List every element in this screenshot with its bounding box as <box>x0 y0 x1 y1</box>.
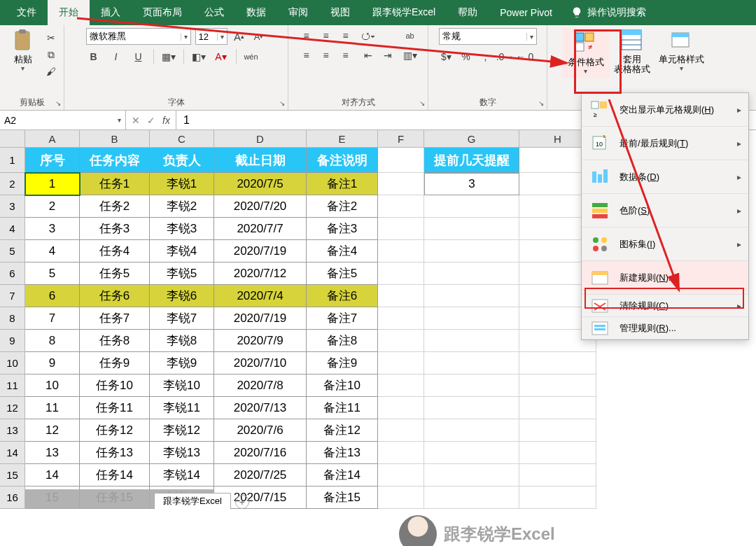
cell[interactable]: 3 <box>25 218 80 240</box>
cell[interactable] <box>378 148 424 173</box>
cell[interactable]: 任务5 <box>80 262 150 285</box>
cell[interactable]: 9 <box>25 352 80 374</box>
percent-icon[interactable]: % <box>458 49 474 64</box>
menu-item[interactable]: 清除规则(C)▸ <box>582 295 748 317</box>
cell[interactable] <box>424 352 519 374</box>
cut-icon[interactable]: ✂ <box>44 31 58 45</box>
cell[interactable]: 李锐14 <box>150 464 214 486</box>
cell[interactable]: 任务14 <box>80 464 150 486</box>
cell[interactable]: 11 <box>25 397 80 419</box>
cell[interactable] <box>424 240 519 262</box>
column-header[interactable]: G <box>424 130 519 147</box>
row-header[interactable]: 5 <box>0 240 25 262</box>
cell[interactable]: 4 <box>25 240 80 262</box>
cell[interactable]: 备注9 <box>307 352 378 374</box>
cell[interactable]: 2020/7/5 <box>214 173 307 195</box>
comma-icon[interactable]: , <box>478 49 493 64</box>
cell[interactable]: 2020/7/9 <box>214 330 307 352</box>
number-format-combo[interactable]: 常规▾ <box>439 28 537 45</box>
fill-color-button[interactable]: ◧▾ <box>191 49 206 64</box>
cell[interactable]: 2020/7/10 <box>214 352 307 374</box>
tab-file[interactable]: 文件 <box>6 0 48 25</box>
tab-view[interactable]: 视图 <box>319 0 361 25</box>
cell[interactable]: 李锐10 <box>150 374 214 397</box>
cell[interactable]: 备注12 <box>307 419 378 442</box>
cell[interactable] <box>378 330 424 352</box>
cell[interactable]: 2020/7/12 <box>214 262 307 285</box>
font-color-button[interactable]: A▾ <box>214 49 229 64</box>
column-header[interactable]: C <box>150 130 214 147</box>
cell[interactable]: 李锐6 <box>150 285 214 307</box>
cell[interactable] <box>378 240 424 262</box>
tab-help[interactable]: 帮助 <box>447 0 489 25</box>
cell[interactable]: 李锐4 <box>150 240 214 262</box>
align-top-icon[interactable]: ≡ <box>299 28 314 43</box>
cell[interactable] <box>519 397 596 419</box>
cell[interactable]: 李锐3 <box>150 218 214 240</box>
cell[interactable] <box>378 307 424 330</box>
cell[interactable]: 任务4 <box>80 240 150 262</box>
cell[interactable] <box>519 486 596 509</box>
align-center-icon[interactable]: ≡ <box>318 48 334 63</box>
bold-button[interactable]: B <box>86 49 102 64</box>
column-header[interactable]: E <box>307 130 378 147</box>
format-as-table-button[interactable]: 套用 表格格式 <box>610 28 654 74</box>
cell[interactable] <box>378 419 424 442</box>
cell[interactable]: 备注8 <box>307 330 378 352</box>
cell[interactable]: 李锐12 <box>150 419 214 442</box>
cell[interactable]: 任务2 <box>80 195 150 218</box>
copy-icon[interactable]: ⧉ <box>44 48 58 62</box>
cell[interactable]: 2020/7/7 <box>214 218 307 240</box>
cell[interactable] <box>378 374 424 397</box>
row-header[interactable]: 12 <box>0 397 25 419</box>
cell[interactable]: 2020/7/16 <box>214 442 307 464</box>
row-header[interactable]: 9 <box>0 330 25 352</box>
column-header[interactable]: D <box>214 130 307 147</box>
cell[interactable] <box>424 195 519 218</box>
cell[interactable] <box>424 285 519 307</box>
cell[interactable]: 任务10 <box>80 374 150 397</box>
cell[interactable]: 6 <box>25 285 80 307</box>
cell[interactable]: 备注11 <box>307 397 378 419</box>
cell[interactable] <box>424 419 519 442</box>
cell[interactable]: 10 <box>25 374 80 397</box>
row-header[interactable]: 6 <box>0 262 25 285</box>
cell[interactable]: 任务7 <box>80 307 150 330</box>
cell[interactable]: 李锐11 <box>150 397 214 419</box>
row-header[interactable]: 3 <box>0 195 25 218</box>
font-name-combo[interactable]: 微软雅黑▾ <box>86 28 191 45</box>
cell[interactable]: 备注3 <box>307 218 378 240</box>
menu-item[interactable]: 图标集(I)▸ <box>582 227 748 261</box>
border-button[interactable]: ▦▾ <box>161 49 176 64</box>
cell[interactable]: 备注4 <box>307 240 378 262</box>
row-header[interactable]: 13 <box>0 419 25 442</box>
phonetic-button[interactable]: wén <box>244 49 259 64</box>
cell[interactable] <box>378 352 424 374</box>
paste-button[interactable]: 粘贴 ▾ <box>6 28 40 72</box>
tab-home[interactable]: 开始 <box>48 0 90 25</box>
conditional-format-button[interactable]: ≠ 条件格式 ▾ <box>562 28 610 78</box>
cell[interactable] <box>519 419 596 442</box>
cell[interactable]: 备注13 <box>307 442 378 464</box>
tab-formulas[interactable]: 公式 <box>193 0 235 25</box>
cell[interactable]: 备注10 <box>307 374 378 397</box>
row-header[interactable]: 2 <box>0 173 25 195</box>
cell[interactable]: 2020/7/19 <box>214 307 307 330</box>
cell[interactable]: 李锐5 <box>150 262 214 285</box>
dialog-launcher-icon[interactable]: ↘ <box>55 99 61 107</box>
table-header-cell[interactable]: 备注说明 <box>307 148 378 173</box>
menu-item[interactable]: 色阶(S)▸ <box>582 194 748 227</box>
row-header[interactable]: 10 <box>0 352 25 374</box>
cell[interactable] <box>424 397 519 419</box>
tab-custom[interactable]: 跟李锐学Excel <box>361 0 447 25</box>
cell[interactable] <box>424 218 519 240</box>
cell[interactable]: 任务8 <box>80 330 150 352</box>
sheet-tab[interactable]: 跟李锐学Excel <box>154 493 231 509</box>
cell[interactable] <box>378 262 424 285</box>
cell[interactable] <box>378 442 424 464</box>
cell[interactable]: 李锐7 <box>150 307 214 330</box>
cell[interactable]: 12 <box>25 419 80 442</box>
dialog-launcher-icon[interactable]: ↘ <box>419 99 425 107</box>
cell[interactable]: 2020/7/13 <box>214 397 307 419</box>
cancel-icon[interactable]: ✕ <box>132 115 140 126</box>
